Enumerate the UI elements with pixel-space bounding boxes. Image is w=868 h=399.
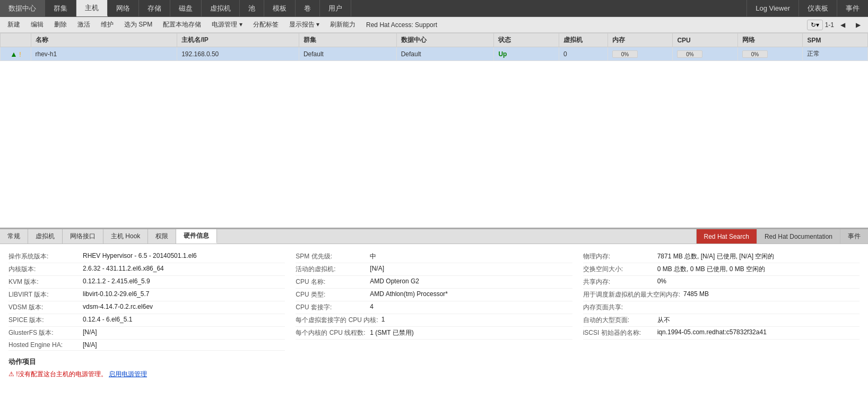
tab-host-hook[interactable]: 主机 Hook — [103, 229, 148, 244]
detail-label: VDSM 版本: — [8, 303, 83, 312]
cell-cluster: Default — [299, 47, 396, 61]
detail-label: 物理内存: — [583, 252, 657, 261]
nav-item-2[interactable]: 主机 — [76, 0, 108, 16]
col-header-ip[interactable]: 主机名/IP — [177, 33, 299, 47]
detail-value: 0.12.1.2 - 2.415.el6_5.9 — [83, 277, 150, 287]
tab-events[interactable]: 事件 — [840, 229, 868, 244]
cell-name: rhev-h1 — [31, 47, 177, 61]
col-header-name[interactable]: 名称 — [31, 33, 177, 47]
detail-value: RHEV Hypervisor - 6.5 - 20140501.1.el6 — [83, 252, 197, 261]
tab-hardware-info[interactable]: 硬件信息 — [176, 229, 217, 244]
status-icon: ▲ — [10, 50, 18, 58]
tab-permissions[interactable]: 权限 — [148, 229, 176, 244]
detail-label: GlusterFS 版本: — [8, 328, 83, 337]
show-reports-btn[interactable]: 显示报告 — [285, 19, 324, 30]
nav-item-4[interactable]: 存储 — [139, 0, 170, 16]
events-top-btn[interactable]: 事件 — [837, 0, 868, 16]
detail-row: 用于调度新虚拟机的最大空闲内存:7485 MB — [583, 289, 860, 301]
detail-label: 用于调度新虚拟机的最大空闲内存: — [583, 290, 683, 299]
detail-label: CPU 类型: — [296, 290, 370, 299]
cell-memory: 0% — [607, 47, 673, 61]
detail-value: 7871 MB 总数, [N/A] 已使用, [N/A] 空闲的 — [657, 252, 775, 261]
detail-content: 操作系统版本:RHEV Hypervisor - 6.5 - 20140501.… — [0, 244, 868, 399]
col-header-cluster[interactable]: 群集 — [299, 33, 396, 47]
detail-value: 2.6.32 - 431.11.2.el6.x86_64 — [83, 265, 164, 274]
activate-btn[interactable]: 激活 — [73, 19, 94, 30]
refresh-btn[interactable]: ↻▾ — [807, 20, 823, 30]
edit-btn[interactable]: 编辑 — [27, 19, 48, 30]
detail-row: CPU 套接字:4 — [296, 301, 572, 314]
refresh-capability-btn[interactable]: 刷新能力 — [326, 19, 360, 30]
detail-label: Hosted Engine HA: — [8, 341, 83, 349]
detail-row: SPM 优先级:中 — [296, 250, 572, 263]
main-area: 名称 主机名/IP 群集 数据中心 状态 虚拟机 内存 CPU 网络 SPM ▲… — [0, 33, 868, 399]
detail-row: 自动的大型页面:从不 — [583, 314, 860, 327]
nav-item-10[interactable]: 用户 — [320, 0, 351, 16]
nav-item-9[interactable]: 卷 — [296, 0, 320, 16]
detail-label: SPM 优先级: — [296, 252, 370, 261]
detail-value: iqn.1994-05.com.redhat:c57832f32a41 — [657, 328, 767, 337]
tab-general[interactable]: 常规 — [0, 229, 28, 244]
col-header-network[interactable]: 网络 — [737, 33, 803, 47]
prev-page-btn[interactable]: ◀ — [836, 20, 849, 30]
nav-item-3[interactable]: 网络 — [108, 0, 139, 16]
pagination: 1-1 — [825, 21, 834, 29]
maintenance-btn[interactable]: 维护 — [97, 19, 118, 30]
detail-row: CPU 名称:AMD Opteron G2 — [296, 276, 572, 289]
nav-item-1[interactable]: 群集 — [45, 0, 76, 16]
detail-label: 交换空间大小: — [583, 265, 657, 274]
detail-value: 中 — [370, 252, 376, 261]
detail-value: 从不 — [657, 316, 670, 325]
detail-value: 1 (SMT 已禁用) — [370, 328, 413, 337]
redhat-access-btn[interactable]: Red Hat Access: Support — [362, 20, 441, 30]
detail-label: KVM 版本: — [8, 277, 83, 287]
tab-redhat-search[interactable]: Red Hat Search — [696, 229, 757, 244]
nav-item-7[interactable]: 池 — [240, 0, 264, 16]
new-btn[interactable]: 新建 — [3, 19, 24, 30]
col-header-cpu[interactable]: CPU — [673, 33, 738, 47]
hosts-table-area: 名称 主机名/IP 群集 数据中心 状态 虚拟机 内存 CPU 网络 SPM ▲… — [0, 33, 868, 229]
assign-tags-btn[interactable]: 分配标签 — [249, 19, 283, 30]
enable-power-mgmt-link[interactable]: 启用电源管理 — [109, 370, 147, 378]
action-title: 动作项目 — [8, 357, 860, 367]
nav-item-8[interactable]: 模板 — [264, 0, 296, 16]
col-header-memory[interactable]: 内存 — [607, 33, 673, 47]
network-bar: 0% — [742, 50, 768, 58]
detail-label: 每个内核的 CPU 线程数: — [296, 328, 370, 337]
dashboard-btn[interactable]: 仪表板 — [798, 0, 837, 16]
col-header-spm[interactable]: SPM — [803, 33, 868, 47]
detail-value: 0.12.4 - 6.el6_5.1 — [83, 316, 132, 325]
detail-row: 交换空间大小:0 MB 总数, 0 MB 已使用, 0 MB 空闲的 — [583, 263, 860, 276]
detail-row: 共享内存:0% — [583, 276, 860, 289]
col-header-status[interactable]: 状态 — [494, 33, 559, 47]
detail-label: 共享内存: — [583, 277, 657, 287]
status-value: Up — [498, 50, 507, 58]
detail-tabs: 常规 虚拟机 网络接口 主机 Hook 权限 硬件信息 Red Hat Sear… — [0, 229, 868, 244]
detail-value: libvirt-0.10.2-29.el6_5.7 — [83, 290, 149, 299]
col-header-vms[interactable]: 虚拟机 — [559, 33, 607, 47]
nav-item-0[interactable]: 数据中心 — [0, 0, 45, 16]
next-page-btn[interactable]: ▶ — [852, 20, 865, 30]
local-storage-btn[interactable]: 配置本地存储 — [159, 19, 205, 30]
tab-redhat-docs[interactable]: Red Hat Documentation — [757, 229, 840, 244]
top-nav-right: Log Viewer 仪表板 事件 — [747, 0, 868, 16]
detail-row: GlusterFS 版本:[N/A] — [8, 327, 285, 340]
detail-label: 操作系统版本: — [8, 252, 83, 261]
tab-network-interfaces[interactable]: 网络接口 — [63, 229, 103, 244]
cell-ip: 192.168.0.50 — [177, 47, 299, 61]
cpu-info-section: SPM 优先级:中活动的虚拟机:[N/A]CPU 名称:AMD Opteron … — [296, 250, 572, 351]
nav-item-6[interactable]: 虚拟机 — [202, 0, 240, 16]
table-row[interactable]: ▲ !rhev-h1192.168.0.50DefaultDefaultUp00… — [1, 47, 868, 61]
tab-vms[interactable]: 虚拟机 — [28, 229, 63, 244]
cell-network: 0% — [737, 47, 803, 61]
detail-row: 每个虚拟套接字的 CPU 内核:1 — [296, 314, 572, 327]
detail-label: SPICE 版本: — [8, 316, 83, 325]
power-mgmt-btn[interactable]: 电源管理 — [207, 19, 246, 30]
bottom-panel: 常规 虚拟机 网络接口 主机 Hook 权限 硬件信息 Red Hat Sear… — [0, 229, 868, 399]
nav-item-5[interactable]: 磁盘 — [170, 0, 202, 16]
log-viewer-btn[interactable]: Log Viewer — [747, 0, 798, 16]
delete-btn[interactable]: 删除 — [50, 19, 71, 30]
detail-row: SPICE 版本:0.12.4 - 6.el6_5.1 — [8, 314, 285, 327]
spm-btn[interactable]: 选为 SPM — [120, 19, 157, 30]
col-header-datacenter[interactable]: 数据中心 — [396, 33, 494, 47]
